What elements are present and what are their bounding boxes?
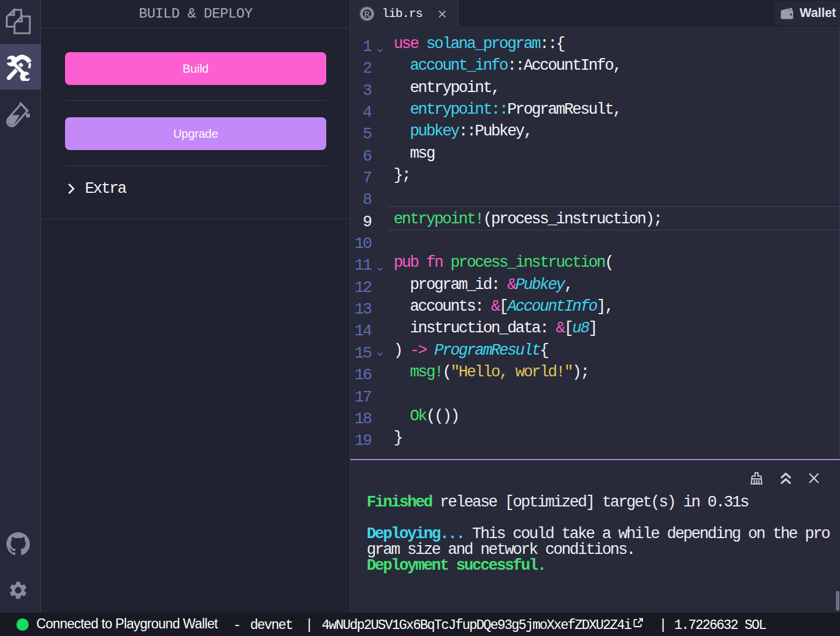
svg-text:R: R bbox=[364, 9, 370, 19]
